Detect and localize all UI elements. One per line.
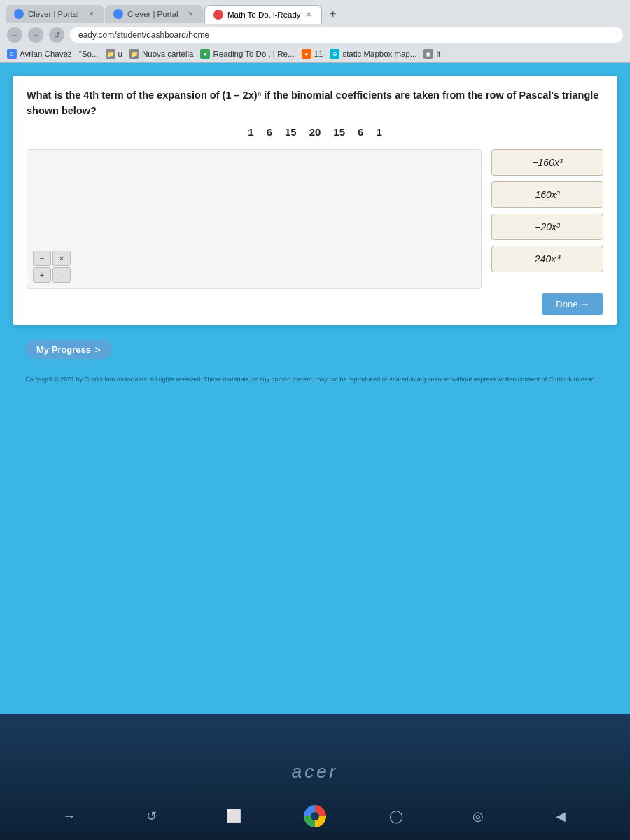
bookmark-icon-u: 📁 — [106, 49, 115, 59]
bookmark-reading[interactable]: ● Reading To Do , i-Re... — [200, 49, 294, 59]
bookmark-it[interactable]: ▣ it- — [424, 49, 443, 59]
bookmark-icon-reading: ● — [200, 49, 210, 59]
math-toolbar-row-2: + = — [33, 267, 71, 283]
address-bar[interactable] — [70, 27, 623, 43]
address-bar-row: ← → ↺ — [0, 24, 630, 46]
multiply-button[interactable]: × — [52, 251, 71, 266]
iready-icon-tab3 — [214, 10, 223, 20]
tab-iready-math[interactable]: Math To Do, i-Ready × — [204, 5, 322, 24]
taskbar-area: acer → ↺ ⬜ ◯ ◎ ◀ — [0, 714, 630, 840]
refresh-nav-icon[interactable]: ↺ — [139, 804, 164, 829]
bottom-bar: My Progress > — [13, 333, 617, 366]
back-nav-icon[interactable]: → — [57, 804, 82, 829]
option-2[interactable]: 160x³ — [491, 181, 603, 208]
option-1[interactable]: −160x³ — [491, 149, 603, 176]
options-column: −160x³ 160x³ −20x³ 240x⁴ — [491, 149, 603, 289]
my-progress-label: My Progress — [36, 344, 91, 355]
bookmark-icon-mapbox: ⊕ — [330, 49, 340, 59]
browser-chrome: Clever | Portal × Clever | Portal × Math… — [0, 0, 630, 63]
bookmarks-bar: C Avrian Chavez - "So... 📁 u 📁 Nuova car… — [0, 46, 630, 62]
back-button[interactable]: ← — [7, 27, 22, 43]
tab3-label: Math To Do, i-Ready — [227, 10, 301, 19]
bookmark-label-avrian: Avrian Chavez - "So... — [20, 50, 99, 58]
minus-button[interactable]: − — [33, 251, 51, 266]
math-toolbar-row-1: − × — [33, 251, 71, 266]
bookmark-label-nuova: Nuova cartella — [142, 50, 194, 58]
pascal-val-4: 20 — [309, 126, 321, 138]
main-content: What is the 4th term of the expansion of… — [0, 63, 630, 714]
pascal-val-5: 15 — [333, 126, 345, 138]
bookmark-icon-nuova: 📁 — [130, 49, 139, 59]
chrome-taskbar-icon[interactable] — [304, 805, 326, 827]
option-3[interactable]: −20x³ — [491, 214, 603, 240]
pascal-val-6: 6 — [358, 126, 363, 138]
back-arrow-icon[interactable]: ◀ — [548, 804, 573, 829]
bookmark-nuova[interactable]: 📁 Nuova cartella — [130, 49, 194, 59]
math-toolbar: − × + = — [33, 251, 71, 283]
bookmark-label-mapbox: static Mapbox map... — [342, 50, 416, 58]
copyright-text: Copyright © 2021 by Curriculum Associate… — [25, 376, 605, 383]
bookmark-avrian[interactable]: C Avrian Chavez - "So... — [7, 49, 99, 59]
copyright-bar: Copyright © 2021 by Curriculum Associate… — [13, 374, 617, 388]
acer-logo: acer — [292, 761, 339, 783]
plus-button[interactable]: + — [33, 267, 51, 283]
taskbar: → ↺ ⬜ ◯ ◎ ◀ — [0, 804, 630, 829]
window-icon[interactable]: ⬜ — [221, 804, 246, 829]
bookmark-icon-11: ● — [302, 49, 312, 59]
pascal-val-7: 1 — [376, 126, 382, 138]
pascal-val-3: 15 — [285, 126, 297, 138]
answer-area: − × + = −160x³ 160x³ −20x³ 240x⁴ — [27, 149, 603, 289]
tab2-close[interactable]: × — [187, 9, 195, 19]
bookmark-label-u: u — [118, 50, 122, 58]
bookmark-mapbox[interactable]: ⊕ static Mapbox map... — [330, 49, 416, 59]
option-4[interactable]: 240x⁴ — [491, 246, 603, 272]
pascal-val-2: 6 — [267, 126, 272, 138]
browser-screen: Clever | Portal × Clever | Portal × Math… — [0, 0, 630, 714]
question-card: What is the 4th term of the expansion of… — [13, 76, 617, 325]
tab-clever-portal-1[interactable]: Clever | Portal × — [6, 5, 104, 23]
tab-bar: Clever | Portal × Clever | Portal × Math… — [0, 0, 630, 24]
tab1-label: Clever | Portal — [28, 10, 83, 18]
question-text: What is the 4th term of the expansion of… — [27, 88, 603, 119]
pascal-val-1: 1 — [248, 126, 253, 138]
bookmark-label-11: 11 — [314, 50, 323, 58]
bookmark-u[interactable]: 📁 u — [106, 49, 122, 59]
tab2-label: Clever | Portal — [127, 10, 183, 18]
bookmark-label-it: it- — [436, 50, 443, 58]
clever-icon-tab2 — [113, 9, 123, 19]
new-tab-button[interactable]: + — [323, 4, 343, 24]
bookmark-label-reading: Reading To Do , i-Re... — [213, 50, 294, 58]
bookmark-icon-it: ▣ — [424, 49, 433, 59]
my-progress-button[interactable]: My Progress > — [25, 340, 112, 359]
done-row: Done → — [27, 293, 603, 315]
tab1-close[interactable]: × — [88, 9, 95, 19]
brightness-icon[interactable]: ◎ — [465, 804, 491, 829]
reload-button[interactable]: ↺ — [49, 27, 64, 43]
equals-button[interactable]: = — [52, 267, 71, 283]
clever-icon-tab1 — [14, 9, 24, 19]
forward-button[interactable]: → — [28, 27, 43, 43]
done-button[interactable]: Done → — [542, 293, 603, 315]
home-icon[interactable]: ◯ — [384, 804, 409, 829]
workspace-area[interactable]: − × + = — [27, 149, 482, 289]
tab-clever-portal-2[interactable]: Clever | Portal × — [105, 5, 203, 23]
pascal-row: 1 6 15 20 15 6 1 — [27, 126, 603, 138]
bookmark-11[interactable]: ● 11 — [302, 49, 323, 59]
my-progress-chevron: > — [95, 344, 101, 355]
tab3-close[interactable]: × — [305, 10, 313, 20]
bookmark-icon-avrian: C — [7, 49, 17, 59]
